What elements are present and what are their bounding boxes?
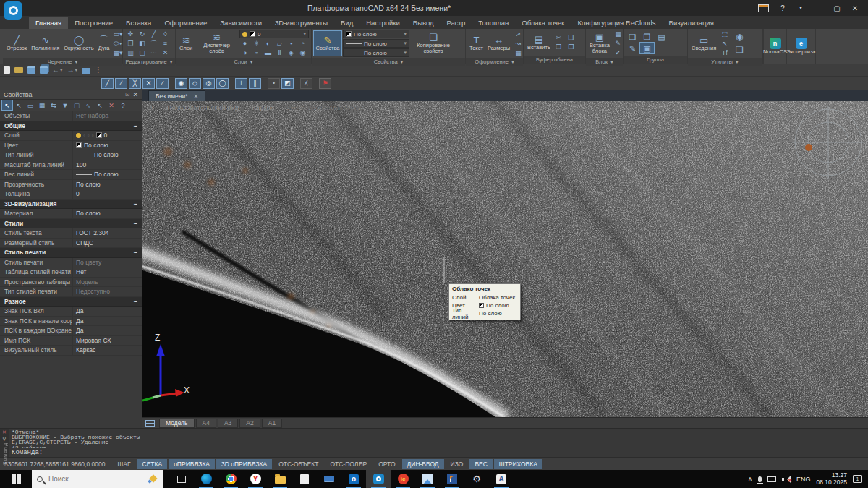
cursor-tool-button[interactable]: ↖ <box>95 100 105 110</box>
group-create-button[interactable]: ❏ <box>626 31 639 42</box>
model-viewport[interactable]: + Пользовательский вид Каркас Нет сохран… <box>142 101 868 417</box>
snap-endpoint-button[interactable]: ╱ <box>101 78 114 89</box>
layer-unlock-button[interactable]: ▬ <box>263 48 273 57</box>
viewport-view-name[interactable]: Пользовательский вид <box>167 103 239 111</box>
search-input[interactable] <box>47 474 127 484</box>
command-close-icon[interactable]: ✕ <box>2 429 7 435</box>
select-crossing-button[interactable]: ▦ <box>37 100 47 110</box>
copy-button[interactable]: ❐ <box>125 39 136 48</box>
scale-button[interactable]: ▢ <box>137 48 148 57</box>
normacs-button[interactable]: n NormaCS <box>762 38 788 55</box>
text-button[interactable]: T Текст <box>468 35 485 51</box>
snap-tracking-flag-button[interactable]: ⚑ <box>319 78 331 89</box>
start-button[interactable] <box>0 470 32 488</box>
taskbar-search[interactable] <box>32 470 163 488</box>
layers-button[interactable]: ≋ Слои <box>178 35 194 51</box>
array-button[interactable]: ⋯ <box>148 48 159 57</box>
snap-settings-button[interactable]: ◩ <box>281 78 294 89</box>
layer-freeze-button[interactable]: ✳ <box>251 39 262 48</box>
snap-nearest-button[interactable]: ◯ <box>216 78 229 89</box>
layer-on-button[interactable]: ● <box>239 39 250 48</box>
select-button[interactable]: ↖ <box>14 100 24 110</box>
snap-quadrant-button[interactable]: ◇ <box>189 78 201 89</box>
command-input[interactable]: Команда: <box>9 448 868 457</box>
snap-apparent-button[interactable]: ✕ <box>142 78 155 89</box>
arc-button[interactable]: ⌒ Дуга <box>97 35 111 51</box>
group-edit-button[interactable]: ❐ <box>640 31 654 42</box>
device-button[interactable] <box>317 470 341 488</box>
erase-button[interactable]: ◊ <box>160 30 171 38</box>
layer-plot-button[interactable]: ▱ <box>274 39 285 48</box>
group-label-block[interactable]: Блок▾ <box>586 58 623 66</box>
multileader-button[interactable]: ↝ <box>513 39 524 48</box>
insert-block-button[interactable]: ▣ Вставка блока <box>588 33 611 54</box>
minimize-button[interactable]: — <box>814 4 823 12</box>
explode-button[interactable]: ✕ <box>160 48 171 57</box>
tab-vstavka[interactable]: Вставка <box>119 17 158 29</box>
rotate-button[interactable]: ↻ <box>137 30 148 38</box>
mirror-button[interactable]: ◧ <box>137 39 148 48</box>
settings-button[interactable]: ⚙ <box>464 470 489 488</box>
command-pin-icon[interactable]: ⚲ <box>2 436 6 442</box>
toggle-hatch[interactable]: ШТРИХОВКА <box>494 459 542 469</box>
layer-iso-button[interactable]: ◈ <box>286 48 297 57</box>
notification-center-icon[interactable]: 1 <box>853 475 862 483</box>
copy-clip-icon[interactable]: ❐ <box>553 43 564 51</box>
pin-icon[interactable]: ⊡ <box>125 91 130 98</box>
paste-button[interactable]: ▤ Вставить <box>526 35 552 51</box>
display-icon[interactable] <box>767 476 776 482</box>
lineweight-select[interactable]: По слою ▾ <box>343 48 409 57</box>
tab-vyvod[interactable]: Вывод <box>407 17 441 29</box>
photos-button[interactable] <box>415 470 440 488</box>
snap-angle-button[interactable]: ∡ <box>300 78 312 89</box>
layer-plot-icon[interactable]: ▫ <box>92 132 94 139</box>
linetype-select[interactable]: По слою ▾ <box>343 39 409 48</box>
print-button[interactable] <box>82 66 90 74</box>
open-file-button[interactable] <box>14 67 23 73</box>
tray-expand-icon[interactable]: ∧ <box>748 476 752 482</box>
group-label-annotate[interactable]: Оформление▾ <box>466 58 523 66</box>
group-select-button[interactable]: ▣ <box>640 43 654 53</box>
filter-button[interactable]: ▼ <box>60 100 70 110</box>
snap-midpoint-button[interactable]: ∕ <box>115 78 127 89</box>
tab-oformlenie[interactable]: Оформление <box>158 17 213 29</box>
snap-intersection-button[interactable]: ╳ <box>129 78 141 89</box>
properties-toggle-button[interactable]: ✎ Свойства <box>314 31 341 56</box>
prop-section-plotstyle[interactable]: Стиль печати− <box>0 248 142 258</box>
quick-select-button[interactable]: ▢ <box>72 100 82 110</box>
snap-extension-button[interactable]: ⁄ <box>156 78 169 89</box>
speaker-muted-icon[interactable]: ✕ <box>782 476 791 483</box>
document-tab[interactable]: Без имени* ✕ <box>148 90 205 101</box>
group-modify-button[interactable]: ✎ <box>626 43 639 53</box>
line-button[interactable]: ╱ Отрезок <box>5 35 28 51</box>
map-app-button[interactable] <box>440 470 464 488</box>
viewport-saved-views[interactable]: Нет сохраненных видов <box>287 103 364 111</box>
toggle-polar[interactable]: ОТС-ПОЛЯР <box>325 459 372 469</box>
select-window-button[interactable]: ▭ <box>25 100 35 110</box>
hatch-button[interactable]: ▦▾ <box>112 48 123 57</box>
tab-postroenie[interactable]: Построение <box>68 17 119 29</box>
toggle-otrack[interactable]: ОТС-ОБЪЕКТ <box>273 459 323 469</box>
snap-center-button[interactable]: ◉ <box>175 78 187 89</box>
tab-vid[interactable]: Вид <box>334 17 359 29</box>
tab-a4[interactable]: A4 <box>196 419 216 428</box>
tab-3d-instrumenty[interactable]: 3D-инструменты <box>268 17 334 29</box>
task-view-button[interactable] <box>169 470 194 488</box>
expertise-button[interactable]: e Экспертиза <box>786 38 817 55</box>
layer-new-button[interactable]: ▪ <box>286 39 297 48</box>
save-as-button[interactable] <box>40 66 48 74</box>
layer-manager-button[interactable]: ≋ Диспетчер слоёв <box>195 33 238 54</box>
layer-on-icon[interactable] <box>76 133 81 138</box>
clear-selection-button[interactable]: ✕ <box>106 100 116 110</box>
document-close-icon[interactable]: ✕ <box>193 93 198 100</box>
calculator-button[interactable] <box>292 470 317 488</box>
tab-a3[interactable]: A3 <box>218 419 238 428</box>
prop-section-3d[interactable]: 3D-визуализация− <box>0 200 142 210</box>
group-label-drawing[interactable]: Черчение▾ <box>3 58 122 66</box>
outlook-button[interactable]: o <box>341 470 366 488</box>
select-add-button[interactable]: ↖ <box>2 100 12 110</box>
prop-section-general[interactable]: Общие− <box>0 121 142 132</box>
microphone-icon[interactable] <box>758 476 762 482</box>
toggle-dyn-input[interactable]: ДИН-ВВОД <box>402 459 444 469</box>
tab-a1[interactable]: A1 <box>262 419 282 428</box>
